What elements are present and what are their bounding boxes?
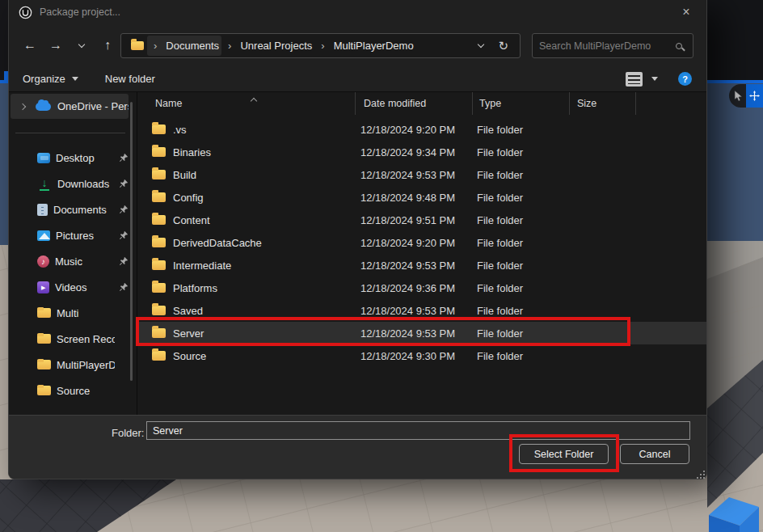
file-date-modified: 12/18/2024 9:30 PM xyxy=(352,350,470,362)
file-row[interactable]: Config 12/18/2024 9:48 PM File folder xyxy=(137,186,706,209)
sidebar-item[interactable]: Source xyxy=(9,378,137,403)
sidebar-item-label: Downloads xyxy=(57,178,115,190)
sidebar-item-onedrive[interactable]: OneDrive - Pers xyxy=(11,94,129,119)
cancel-button[interactable]: Cancel xyxy=(620,444,689,464)
dialog-footer: Folder: Select Folder Cancel xyxy=(9,415,706,479)
file-row[interactable]: Server 12/18/2024 9:53 PM File folder xyxy=(137,322,706,344)
select-folder-button[interactable]: Select Folder xyxy=(519,444,609,464)
sidebar-item[interactable]: Documents xyxy=(9,196,137,222)
column-header-name[interactable]: Name xyxy=(137,92,356,115)
pin-icon xyxy=(118,282,129,293)
package-project-dialog: Package project... × ← → ↑ › Documents ›… xyxy=(8,0,707,479)
search-icon[interactable] xyxy=(676,43,682,49)
file-name: Intermediate xyxy=(173,260,352,272)
dialog-titlebar[interactable]: Package project... × xyxy=(9,0,706,24)
chevron-right-icon: › xyxy=(321,40,324,52)
file-date-modified: 12/18/2024 9:34 PM xyxy=(352,146,470,158)
new-folder-button[interactable]: New folder xyxy=(105,73,155,85)
chevron-down-icon xyxy=(78,40,85,47)
file-date-modified: 12/18/2024 9:53 PM xyxy=(352,305,470,317)
sidebar-item[interactable]: Pictures xyxy=(9,222,137,248)
column-header-type[interactable]: Type xyxy=(473,92,570,115)
file-row[interactable]: Content 12/18/2024 9:51 PM File folder xyxy=(137,209,706,231)
breadcrumb-label: Unreal Projects xyxy=(238,40,314,52)
search-input[interactable] xyxy=(533,40,676,52)
file-name: DerivedDataCache xyxy=(173,237,352,249)
folder-icon xyxy=(152,351,166,361)
sidebar-item-label: Music xyxy=(55,255,115,268)
file-row[interactable]: Build 12/18/2024 9:53 PM File folder xyxy=(137,163,706,186)
file-row[interactable]: DerivedDataCache 12/18/2024 9:20 PM File… xyxy=(137,231,706,254)
file-name: Content xyxy=(173,214,352,226)
onedrive-cloud-icon xyxy=(36,103,51,111)
column-header-date-modified[interactable]: Date modified xyxy=(356,92,473,115)
sidebar-item-icon xyxy=(37,386,51,395)
dialog-toolbar: Organize New folder ? xyxy=(9,66,706,92)
sidebar-item[interactable]: MultiPlayerDem xyxy=(9,352,137,378)
forward-button[interactable]: → xyxy=(43,33,69,57)
sidebar-divider xyxy=(15,133,125,133)
file-date-modified: 12/18/2024 9:20 PM xyxy=(352,124,470,136)
resize-grip[interactable] xyxy=(697,471,698,472)
sidebar-item[interactable]: Desktop xyxy=(9,145,137,171)
folder-icon xyxy=(131,41,144,50)
file-type: File folder xyxy=(470,214,567,226)
view-mode-dropdown-icon[interactable] xyxy=(651,77,658,81)
file-date-modified: 12/18/2024 9:53 PM xyxy=(352,327,470,340)
viewport-tool-pill xyxy=(729,84,763,108)
address-dropdown-icon[interactable] xyxy=(478,41,484,48)
file-name: Source xyxy=(173,350,352,362)
sidebar-item[interactable]: Screen Recordin xyxy=(9,326,137,352)
view-mode-icon[interactable] xyxy=(626,72,643,87)
file-list-pane: Name Date modified Type Size .vs 12/18/2… xyxy=(137,92,706,415)
file-type: File folder xyxy=(470,146,567,158)
organize-button[interactable]: Organize xyxy=(23,73,78,85)
help-icon[interactable]: ? xyxy=(678,72,692,86)
breadcrumb-segment[interactable]: › Unreal Projects xyxy=(221,36,314,56)
up-button[interactable]: ↑ xyxy=(95,33,120,57)
sidebar-item-label: Pictures xyxy=(56,230,115,242)
sidebar-item-icon xyxy=(37,334,51,344)
file-row[interactable]: Intermediate 12/18/2024 9:53 PM File fol… xyxy=(137,254,706,277)
sidebar-item[interactable]: Downloads xyxy=(9,171,137,196)
sidebar-item-icon xyxy=(37,360,51,369)
file-type: File folder xyxy=(470,192,567,204)
sidebar-item-label: OneDrive - Pers xyxy=(57,100,129,112)
sidebar-item-icon xyxy=(37,153,50,163)
file-row[interactable]: Platforms 12/18/2024 9:36 PM File folder xyxy=(137,277,706,299)
sidebar-item-icon xyxy=(37,230,50,241)
breadcrumb-segment[interactable]: › Documents xyxy=(147,36,221,56)
sidebar-item-label: Source xyxy=(57,385,115,397)
file-name: Binaries xyxy=(173,146,352,158)
file-date-modified: 12/18/2024 9:53 PM xyxy=(352,169,470,181)
back-button[interactable]: ← xyxy=(17,33,43,57)
column-header-size[interactable]: Size xyxy=(570,92,636,115)
file-row[interactable]: Source 12/18/2024 9:30 PM File folder xyxy=(137,344,706,367)
sidebar-item-label: Multi xyxy=(57,307,115,319)
pin-icon xyxy=(118,153,129,163)
refresh-icon[interactable]: ↻ xyxy=(498,39,508,53)
sidebar-item[interactable]: Music xyxy=(9,248,137,274)
move-tool-button[interactable] xyxy=(746,84,763,108)
select-tool-button[interactable] xyxy=(729,91,746,102)
folder-icon xyxy=(152,215,166,225)
folder-name-input[interactable] xyxy=(146,421,690,440)
breadcrumb-label: Documents xyxy=(163,40,221,52)
folder-label: Folder: xyxy=(112,427,144,439)
close-button[interactable]: × xyxy=(674,2,698,23)
file-row[interactable]: Binaries 12/18/2024 9:34 PM File folder xyxy=(137,141,706,163)
file-row[interactable]: .vs 12/18/2024 9:20 PM File folder xyxy=(137,118,706,141)
recent-locations-button[interactable] xyxy=(69,33,95,57)
sidebar-item[interactable]: Videos xyxy=(9,274,137,300)
file-type: File folder xyxy=(470,282,567,294)
pin-icon xyxy=(118,230,129,241)
breadcrumb-segment[interactable]: › MultiPlayerDemo xyxy=(314,36,415,56)
file-rows: .vs 12/18/2024 9:20 PM File folder Binar… xyxy=(137,118,706,367)
file-type: File folder xyxy=(470,327,567,340)
sidebar-item[interactable]: Multi xyxy=(9,300,137,326)
address-bar[interactable]: › Documents › Unreal Projects › MultiPla… xyxy=(120,33,521,58)
file-row[interactable]: Saved 12/18/2024 9:53 PM File folder xyxy=(137,299,706,322)
sidebar-item-icon xyxy=(37,177,52,191)
sidebar-scrollbar[interactable] xyxy=(130,102,133,381)
file-type: File folder xyxy=(470,169,567,181)
